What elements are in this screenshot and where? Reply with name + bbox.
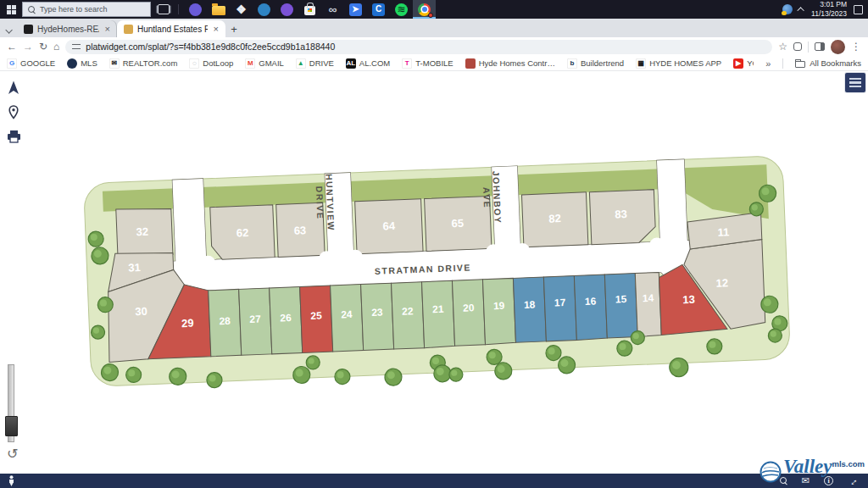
lot-21[interactable]: 21	[421, 280, 454, 347]
lot-19[interactable]: 19	[482, 278, 515, 344]
lot-32[interactable]: 32	[116, 208, 173, 258]
lot-24[interactable]: 24	[331, 285, 364, 352]
lot-63[interactable]: 63	[276, 202, 325, 257]
taskbar-app-c-app[interactable]: C	[367, 0, 390, 19]
all-bookmarks-button[interactable]: All Bookmarks	[795, 58, 861, 68]
forward-icon[interactable]: →	[23, 42, 33, 52]
reload-icon[interactable]: ↻	[39, 42, 47, 52]
bookmark-mls[interactable]: MLS	[67, 58, 97, 69]
valley-mls-globe-icon	[760, 461, 782, 483]
lot-26[interactable]: 26	[270, 286, 303, 353]
lot-30[interactable]: 30	[106, 269, 187, 363]
taskbar-app-chrome[interactable]	[413, 0, 436, 19]
lot-number: 27	[249, 313, 261, 325]
info-icon[interactable]: i	[824, 476, 833, 485]
street-view-button[interactable]	[7, 475, 16, 486]
print-button[interactable]	[6, 129, 21, 144]
zoom-slider[interactable]	[8, 364, 14, 442]
navigation-compass-button[interactable]	[6, 80, 21, 95]
task-view-icon[interactable]	[158, 4, 170, 14]
taskbar-app-edge[interactable]	[253, 0, 275, 19]
bookmark-buildertrend[interactable]: bBuildertrend	[567, 58, 624, 69]
lot-11[interactable]: 11	[687, 213, 763, 249]
lot-83[interactable]: 83	[589, 190, 655, 245]
site-settings-icon[interactable]	[72, 44, 81, 50]
taskbar-app-meta[interactable]: ∞	[321, 0, 344, 19]
lot-12[interactable]: 12	[683, 240, 765, 331]
taskbar-clock[interactable]: 3:01 PM 11/13/2023	[811, 0, 847, 18]
url-input[interactable]: platwidget.com/splat/?s=f4bb381e9d8c0fc2…	[65, 40, 772, 54]
tray-chevron-up-icon[interactable]	[797, 7, 804, 14]
tab-close-icon[interactable]: ×	[212, 24, 220, 34]
tab-title: HydeHomes-REAL	[37, 25, 99, 34]
bookmark-label: GOOGLE	[20, 58, 55, 68]
notification-panel-icon[interactable]	[854, 5, 863, 14]
lot-16[interactable]: 16	[574, 274, 607, 340]
start-button[interactable]	[0, 0, 22, 19]
map-menu-button[interactable]	[845, 73, 865, 92]
bookmark-hyde-homes-contr[interactable]: Hyde Homes Contr…	[465, 58, 555, 69]
taskbar-app-firefox[interactable]	[184, 0, 207, 19]
bookmark-gmail[interactable]: MGMAIL	[245, 58, 284, 69]
lot-25[interactable]: 25	[300, 286, 333, 352]
side-panel-icon[interactable]	[815, 42, 825, 51]
taskbar-app-dropbox[interactable]: ❖	[230, 0, 253, 19]
lot-18[interactable]: 18	[513, 277, 546, 342]
browser-tab-hydehomes-real[interactable]: HydeHomes-REAL×	[17, 20, 117, 37]
mail-icon[interactable]: ✉	[802, 476, 810, 485]
browser-tab-huntland-estates-phase-2-on-p[interactable]: Huntland Estates Phase 2 on P×	[117, 20, 225, 37]
lot-15[interactable]: 15	[604, 274, 637, 338]
lot-20[interactable]: 20	[452, 280, 485, 346]
lot-number: 29	[181, 317, 194, 330]
fullscreen-icon[interactable]: ↔	[846, 474, 860, 488]
location-pin-button[interactable]	[6, 104, 21, 119]
back-icon[interactable]: ←	[7, 42, 17, 52]
lot-number: 24	[341, 308, 353, 321]
lot-31[interactable]: 31	[107, 251, 175, 291]
tab-close-icon[interactable]: ×	[103, 24, 112, 34]
home-icon[interactable]: ⌂	[53, 42, 59, 52]
rotate-reset-icon[interactable]: ↺	[7, 447, 18, 461]
taskbar-app-spotify[interactable]: ≋	[390, 0, 413, 19]
profile-avatar[interactable]	[831, 40, 845, 54]
network-icon[interactable]	[782, 4, 793, 14]
bookmark-google[interactable]: GGOOGLE	[7, 58, 55, 69]
extensions-icon[interactable]	[793, 42, 802, 51]
taskbar-app-microsoft-store[interactable]	[298, 0, 321, 19]
lot-64[interactable]: 64	[355, 199, 423, 254]
new-tab-button[interactable]: +	[225, 20, 242, 37]
bookmarks-overflow-icon[interactable]: »	[765, 58, 771, 69]
browser-menu-icon[interactable]: ⋮	[851, 41, 861, 53]
street-label-johnboy-ave: JOHNBOYAVE	[481, 171, 503, 225]
taskbar-app-file-explorer[interactable]	[207, 0, 230, 19]
taskbar-app-office[interactable]	[275, 0, 298, 19]
lot-27[interactable]: 27	[239, 288, 272, 355]
bookmark-hyde-homes-app[interactable]: ▦HYDE HOMES APP	[636, 58, 721, 69]
bookmark-youtube[interactable]: ▶YOUTUBE	[733, 58, 754, 69]
lot-28[interactable]: 28	[209, 289, 242, 356]
lot-22[interactable]: 22	[392, 282, 425, 349]
tab-search-chevron-icon[interactable]	[3, 20, 17, 37]
taskbar-app-remote-desktop[interactable]: ➤	[344, 0, 367, 19]
bookmark-t-mobile[interactable]: TT-MOBILE	[402, 58, 453, 69]
address-bar: ← → ↻ ⌂ platwidget.com/splat/?s=f4bb381e…	[0, 37, 868, 56]
bookmark-al-com[interactable]: ALAL.COM	[346, 58, 390, 69]
lot-17[interactable]: 17	[543, 275, 576, 341]
lot-13[interactable]: 13	[659, 263, 727, 335]
bookmark-label: T-MOBILE	[415, 58, 453, 68]
bookmark-dotloop[interactable]: ◌DotLoop	[189, 58, 233, 69]
lot-82[interactable]: 82	[521, 192, 587, 247]
map-search-icon[interactable]	[780, 477, 787, 485]
lot-14[interactable]: 14	[635, 272, 661, 336]
lot-65[interactable]: 65	[425, 196, 492, 251]
tree	[207, 372, 223, 388]
lot-62[interactable]: 62	[210, 205, 275, 260]
street-label-stratman-drive: STRATMAN DRIVE	[375, 262, 472, 276]
zoom-slider-handle[interactable]	[5, 416, 18, 436]
bookmark-star-icon[interactable]: ☆	[778, 41, 787, 53]
bookmark-realtor-com[interactable]: ✉REALTOR.com	[109, 58, 178, 69]
bookmark-drive[interactable]: ▲DRIVE	[296, 58, 334, 69]
taskbar-search[interactable]: Type here to search	[22, 2, 151, 17]
lot-29[interactable]: 29	[145, 284, 210, 359]
lot-23[interactable]: 23	[361, 283, 394, 350]
